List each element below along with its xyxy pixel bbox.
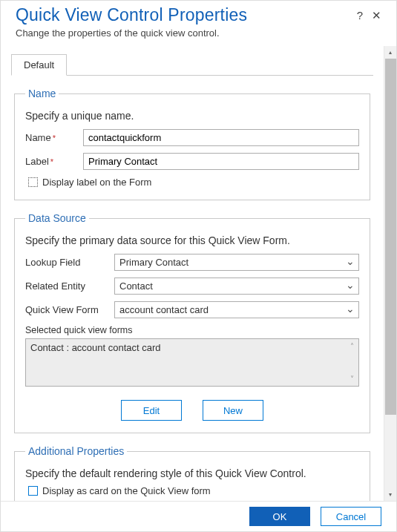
- edit-button[interactable]: Edit: [121, 400, 182, 421]
- display-as-card-text: Display as card on the Quick View form: [42, 485, 211, 496]
- dialog-title: Quick View Control Properties: [16, 5, 247, 25]
- display-label-checkbox[interactable]: [28, 177, 38, 187]
- quick-view-form-select[interactable]: account contact card: [114, 301, 359, 318]
- vertical-scrollbar[interactable]: ▴ ▾: [384, 46, 396, 501]
- name-label: Name*: [25, 132, 83, 143]
- title-row: Quick View Control Properties ? ✕: [16, 5, 381, 25]
- additional-desc: Specify the default rendering style of t…: [25, 467, 359, 479]
- quick-view-form-value: account contact card: [114, 301, 359, 318]
- display-as-card-row: Display as card on the Quick View form: [28, 485, 359, 496]
- label-input[interactable]: [83, 153, 359, 170]
- display-label-text: Display label on the Form: [42, 177, 151, 188]
- dialog-subtitle: Change the properties of the quick view …: [16, 27, 381, 39]
- name-group-desc: Specify a unique name.: [25, 110, 359, 122]
- lookup-field-row: Lookup Field Primary Contact: [25, 254, 359, 271]
- quick-view-form-row: Quick View Form account contact card: [25, 301, 359, 318]
- name-group: Name Specify a unique name. Name* Label*…: [14, 88, 370, 200]
- close-icon[interactable]: ✕: [372, 10, 381, 21]
- dialog-body: Default Name Specify a unique name. Name…: [1, 46, 396, 501]
- title-controls: ? ✕: [357, 10, 381, 21]
- help-icon[interactable]: ?: [357, 10, 363, 21]
- quick-view-form-label: Quick View Form: [25, 304, 114, 315]
- scroll-up-icon[interactable]: ▴: [384, 46, 396, 59]
- data-source-buttons: Edit New: [25, 400, 359, 421]
- new-button[interactable]: New: [203, 400, 263, 421]
- lookup-field-value: Primary Contact: [114, 254, 359, 271]
- display-as-card-checkbox[interactable]: [28, 486, 38, 496]
- quick-view-properties-dialog: Quick View Control Properties ? ✕ Change…: [1, 1, 396, 531]
- scroll-track[interactable]: [384, 59, 396, 488]
- tab-default[interactable]: Default: [11, 54, 67, 76]
- listbox-down-icon[interactable]: ˅: [350, 375, 354, 383]
- data-source-group: Data Source Specify the primary data sou…: [14, 212, 370, 433]
- selected-forms-item: Contact : account contact card: [30, 342, 161, 353]
- listbox-up-icon[interactable]: ˄: [350, 342, 354, 353]
- additional-properties-group: Additional Properties Specify the defaul…: [14, 445, 370, 501]
- related-entity-value: Contact: [114, 278, 359, 295]
- selected-forms-label: Selected quick view forms: [25, 325, 359, 335]
- label-label: Label*: [25, 156, 83, 167]
- scroll-thumb[interactable]: [385, 59, 396, 415]
- label-row: Label*: [25, 153, 359, 170]
- dialog-header: Quick View Control Properties ? ✕ Change…: [1, 1, 396, 46]
- lookup-field-select[interactable]: Primary Contact: [114, 254, 359, 271]
- data-source-legend: Data Source: [25, 212, 89, 224]
- data-source-desc: Specify the primary data source for this…: [25, 234, 359, 246]
- cancel-button[interactable]: Cancel: [321, 507, 381, 526]
- selected-forms-listbox[interactable]: Contact : account contact card ˄ ˅: [25, 338, 359, 387]
- additional-legend: Additional Properties: [25, 445, 127, 457]
- lookup-field-label: Lookup Field: [25, 257, 114, 268]
- display-label-row: Display label on the Form: [28, 177, 359, 188]
- related-entity-row: Related Entity Contact: [25, 278, 359, 295]
- name-group-legend: Name: [25, 88, 59, 99]
- scroll-down-icon[interactable]: ▾: [384, 488, 396, 501]
- name-input[interactable]: [83, 129, 359, 146]
- related-entity-select[interactable]: Contact: [114, 278, 359, 295]
- tabs: Default: [11, 53, 373, 76]
- related-entity-label: Related Entity: [25, 280, 114, 292]
- content-area: Default Name Specify a unique name. Name…: [1, 46, 384, 501]
- ok-button[interactable]: OK: [249, 507, 310, 526]
- name-row: Name*: [25, 129, 359, 146]
- dialog-footer: OK Cancel: [1, 501, 396, 531]
